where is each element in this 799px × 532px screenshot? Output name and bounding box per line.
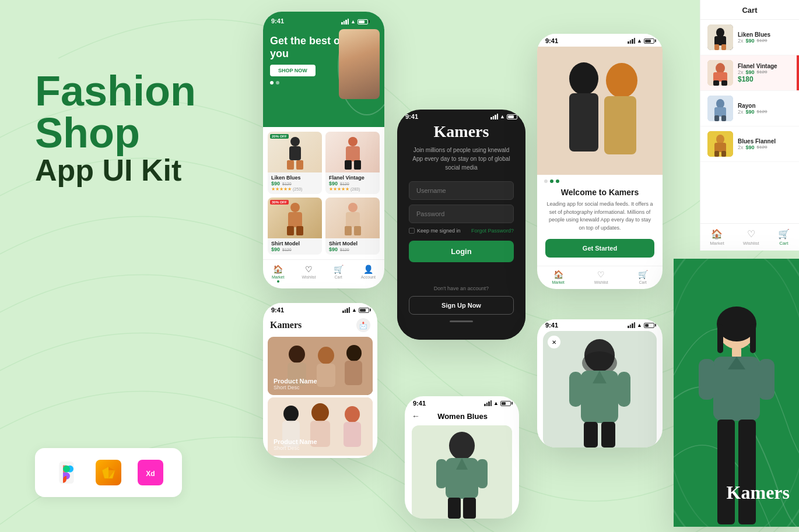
product-img-flanel (325, 132, 380, 172)
cart-item-flanel[interactable]: Flanel Vintage 2x $90 $120 $180 (700, 55, 799, 91)
svg-point-26 (606, 63, 637, 98)
close-button-detail[interactable]: ✕ (548, 336, 560, 348)
svg-rect-52 (317, 364, 335, 387)
svg-point-53 (346, 345, 362, 361)
product-card-shirt1[interactable]: 30% OFF Shirt Model $90 $120 (268, 198, 322, 255)
cart-nav-market[interactable]: 🏠 Market (710, 228, 724, 246)
welcome-title: Welcome to Kamers (545, 188, 654, 197)
svg-rect-54 (345, 361, 362, 385)
svg-point-19 (348, 203, 358, 212)
svg-point-34 (716, 63, 725, 73)
banner-section: Get the best outfit for you SHOP NOW (263, 29, 384, 127)
product-name-flanel: Flanel Vintage (329, 175, 376, 181)
svg-rect-86 (699, 359, 715, 400)
cart-item-rayon[interactable]: Rayon 2x $90 $120 (700, 91, 799, 126)
cart-nav-cart[interactable]: 🛒 Cart (778, 228, 790, 246)
nav-account[interactable]: 👤 Account (361, 265, 376, 283)
login-app-name: Kamers (409, 122, 514, 141)
svg-rect-13 (345, 160, 352, 170)
svg-rect-32 (721, 44, 726, 50)
svg-point-29 (716, 28, 724, 37)
cart-item-info-blues-flannel: Blues Flannel 2x $90 $120 (738, 138, 792, 150)
story-1-text: Product Name Short Desc (274, 378, 317, 390)
svg-rect-20 (346, 212, 360, 227)
status-time-1: 9:41 (271, 17, 284, 24)
notification-icon[interactable]: 📩 (356, 318, 370, 332)
product-img-shirt2 (325, 198, 380, 238)
password-input[interactable]: Password (409, 205, 514, 223)
svg-rect-75 (569, 372, 582, 407)
svg-rect-18 (296, 226, 303, 235)
welcome-text: Welcome to Kamers Leading app for social… (537, 183, 663, 266)
status-bar-women-blues: 9:41 ▲ (405, 396, 519, 409)
welcome-nav-market[interactable]: 🏠 Market (552, 270, 564, 284)
svg-rect-25 (569, 93, 598, 152)
svg-rect-88 (717, 420, 735, 524)
banner-person-image (339, 29, 380, 99)
cart-item-blues-flannel[interactable]: Blues Flannel 2x $90 $120 (700, 126, 799, 162)
story-2-text: Product Name Short Desc (274, 438, 317, 451)
title-fashion: Fashion (35, 70, 196, 112)
story-card-1[interactable]: Product Name Short Desc (268, 337, 373, 395)
welcome-desc: Leading app for social media feeds. It o… (545, 200, 654, 232)
product-card-shirt2[interactable]: Shirt Model $90 $120 (325, 198, 380, 255)
home-indicator (450, 320, 473, 322)
status-bar-welcome: 9:41 ▲ (537, 34, 663, 47)
svg-rect-77 (584, 422, 598, 448)
svg-rect-76 (618, 372, 630, 407)
nav-wishlist[interactable]: ♡ Wishlist (302, 265, 316, 283)
welcome-dots (537, 175, 663, 183)
svg-point-15 (290, 203, 300, 212)
product-price-liken: $90 (271, 181, 280, 186)
cart-title: Cart (700, 6, 799, 20)
svg-rect-35 (713, 72, 727, 82)
get-started-button[interactable]: Get Started (545, 239, 654, 258)
svg-point-51 (318, 347, 334, 364)
story-card-2[interactable]: Product Name Short Desc (268, 397, 373, 456)
svg-rect-66 (436, 459, 447, 488)
badge-20off: 20% OFF (270, 134, 289, 139)
cart-item-liken[interactable]: Liken Blues 2x $90 $120 (700, 20, 799, 55)
kamers-big-text: Kamers (727, 482, 790, 503)
nav-market[interactable]: 🏠 Market (272, 265, 284, 283)
cart-item-total-flanel: $180 (738, 75, 792, 83)
svg-point-63 (449, 432, 475, 460)
svg-rect-82 (750, 324, 756, 353)
stories-app-name: Kamers (270, 320, 302, 330)
svg-rect-16 (288, 212, 302, 227)
remember-checkbox[interactable] (409, 228, 415, 234)
svg-rect-21 (345, 226, 352, 235)
svg-point-60 (345, 406, 360, 422)
status-bar-stories: 9:41 ▲ (263, 303, 377, 316)
svg-rect-9 (287, 160, 294, 170)
title-app-ui-kit: App UI Kit (35, 154, 196, 187)
kamers-green-bg: Kamers (674, 259, 799, 527)
signup-button[interactable]: Sign Up Now (409, 296, 514, 315)
status-time-detail: 9:41 (545, 322, 558, 329)
svg-rect-27 (604, 96, 636, 154)
svg-rect-41 (714, 115, 719, 121)
no-account-text: Don't have an account? (409, 286, 514, 291)
svg-rect-8 (289, 146, 301, 160)
login-button[interactable]: Login (409, 241, 514, 262)
cart-nav-wishlist[interactable]: ♡ Wishlist (743, 228, 759, 246)
svg-rect-17 (287, 226, 294, 235)
bottom-nav-home: 🏠 Market ♡ Wishlist 🛒 Cart 👤 Account (263, 259, 384, 288)
phone-welcome-screen: 9:41 ▲ (537, 34, 663, 289)
login-content: Kamers Join millions of people using kne… (397, 122, 525, 340)
nav-cart[interactable]: 🛒 Cart (334, 265, 344, 283)
remember-row: Keep me signed in Forgot Password? (409, 228, 514, 234)
phone-stories-screen: 9:41 ▲ Kamers 📩 (263, 303, 377, 458)
welcome-nav-cart[interactable]: 🛒 Cart (638, 270, 648, 284)
welcome-nav-wishlist[interactable]: ♡ Wishlist (594, 270, 608, 284)
shop-now-button[interactable]: SHOP NOW (270, 65, 316, 76)
cart-item-img-liken (707, 24, 733, 50)
product-price-flanel: $90 (329, 181, 338, 186)
cart-item-info-liken: Liken Blues 2x $90 $120 (738, 31, 792, 44)
product-card-flanel[interactable]: Flanel Vintage $90 $120 ★★★★★ (283) (325, 132, 380, 194)
product-card-liken[interactable]: 20% OFF Liken Blues $90 $120 ★★★★★ (253) (268, 132, 322, 194)
forgot-password-link[interactable]: Forgot Password? (471, 228, 514, 234)
username-input[interactable]: Username (409, 181, 514, 200)
cart-item-info-flanel: Flanel Vintage 2x $90 $120 $180 (738, 63, 792, 83)
back-button-wb[interactable]: ← (412, 411, 420, 421)
